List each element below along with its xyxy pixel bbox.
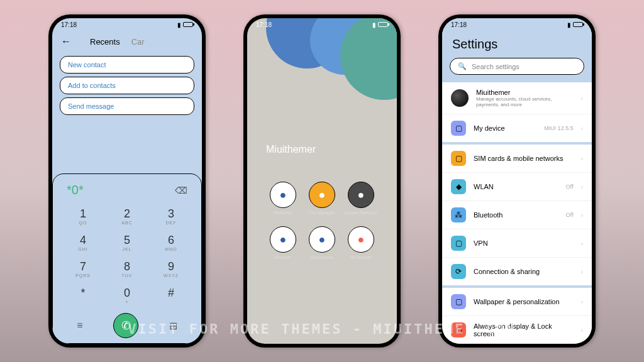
wallpaper-icon: ▢	[451, 294, 466, 309]
app-file-manager[interactable]: ●File Manager	[305, 182, 339, 215]
phone-dialer: 17:18 ▮ ← Recents Car New contact Add to…	[48, 14, 206, 348]
bluetooth-row[interactable]: ⁂ Bluetooth Off ›	[442, 201, 592, 229]
sim-row[interactable]: ▢ SIM cards & mobile networks ›	[442, 145, 592, 173]
dialpad: *0* ⌫ 1QO2ABC3DEF4GHI5JKL6MNO7PQRS8TUV9W…	[52, 173, 202, 344]
status-icons: ▮	[372, 21, 388, 28]
key-*[interactable]: *	[62, 283, 104, 308]
key-5[interactable]: 5JKL	[106, 230, 148, 255]
dialer-header: ← Recents Car	[52, 31, 202, 52]
account-sub: Manage accounts, cloud services, payment…	[476, 96, 574, 107]
watermark: Visit for more themes - Miuithemer.com	[0, 321, 644, 337]
status-icons: ▮	[177, 21, 193, 28]
device-value: MIUI 12.5.5	[544, 125, 574, 131]
statusbar: 17:18 ▮	[442, 18, 592, 31]
chevron-right-icon: ›	[581, 268, 583, 275]
connection-icon: ⟳	[451, 264, 466, 279]
clock: 17:18	[451, 21, 467, 28]
dial-input: *0*	[67, 183, 84, 197]
backspace-icon[interactable]: ⌫	[175, 185, 187, 195]
app-mi-remote[interactable]: ●Mi Remote	[344, 226, 378, 260]
avatar	[451, 89, 469, 107]
key-0[interactable]: 0+	[106, 283, 148, 308]
folder-title: Miuithemer	[266, 144, 316, 155]
phone-settings: 17:18 ▮ Settings 🔍 Search settings Miuit…	[438, 14, 596, 348]
app-browser[interactable]: ●Browser	[266, 226, 300, 260]
statusbar: 17:18 ▮	[52, 18, 202, 31]
key-3[interactable]: 3DEF	[150, 204, 192, 229]
tab-cards[interactable]: Car	[131, 37, 145, 47]
wallpaper-circles	[247, 18, 397, 119]
clock: 17:18	[256, 21, 272, 28]
chevron-right-icon: ›	[581, 240, 583, 247]
chevron-right-icon: ›	[581, 299, 583, 305]
phone-home: 17:18 ▮ Miuithemer ●Recorder●File Manage…	[243, 14, 401, 348]
tab-recents[interactable]: Recents	[90, 37, 120, 47]
new-contact-button[interactable]: New contact	[60, 56, 194, 74]
clock: 17:18	[61, 21, 77, 28]
my-device-row[interactable]: ▢ My device MIUI 12.5.5 ›	[442, 114, 592, 142]
back-icon[interactable]: ←	[61, 36, 71, 47]
device-icon: ▢	[451, 121, 466, 136]
key-6[interactable]: 6MNO	[150, 230, 192, 255]
device-label: My device	[474, 124, 536, 132]
sim-icon: ▢	[451, 151, 466, 166]
vpn-icon: ▢	[451, 236, 466, 251]
key-#[interactable]: #	[150, 283, 192, 308]
key-2[interactable]: 2ABC	[106, 204, 148, 229]
search-placeholder: Search settings	[472, 63, 519, 70]
key-8[interactable]: 8TUV	[106, 256, 148, 282]
chevron-right-icon: ›	[581, 95, 583, 102]
vpn-row[interactable]: ▢ VPN ›	[442, 229, 592, 258]
send-message-button[interactable]: Send message	[60, 97, 194, 115]
bluetooth-icon: ⁂	[451, 207, 466, 222]
page-title: Settings	[442, 31, 592, 55]
app-downloads[interactable]: ●Downloads	[305, 226, 339, 260]
search-input[interactable]: 🔍 Search settings	[450, 58, 584, 75]
app-screen-recorder[interactable]: ●Screen Recorder	[344, 182, 378, 215]
key-9[interactable]: 9WXYZ	[150, 256, 192, 282]
chevron-right-icon: ›	[581, 125, 583, 132]
app-recorder[interactable]: ●Recorder	[266, 182, 300, 215]
statusbar: 17:18 ▮	[247, 18, 397, 31]
wlan-icon: ◆	[451, 179, 466, 194]
chevron-right-icon: ›	[581, 155, 583, 162]
key-7[interactable]: 7PQRS	[62, 256, 104, 282]
key-1[interactable]: 1QO	[62, 204, 104, 229]
account-row[interactable]: Miuithemer Manage accounts, cloud servic…	[442, 82, 592, 114]
chevron-right-icon: ›	[581, 212, 583, 219]
status-icons: ▮	[567, 21, 583, 28]
account-name: Miuithemer	[476, 89, 574, 96]
key-4[interactable]: 4GHI	[62, 230, 104, 255]
add-to-contacts-button[interactable]: Add to contacts	[60, 77, 194, 94]
wallpaper-row[interactable]: ▢ Wallpaper & personalization ›	[442, 288, 592, 316]
chevron-right-icon: ›	[581, 184, 583, 190]
search-icon: 🔍	[458, 62, 467, 70]
connection-row[interactable]: ⟳ Connection & sharing ›	[442, 258, 592, 285]
wlan-row[interactable]: ◆ WLAN Off ›	[442, 173, 592, 201]
